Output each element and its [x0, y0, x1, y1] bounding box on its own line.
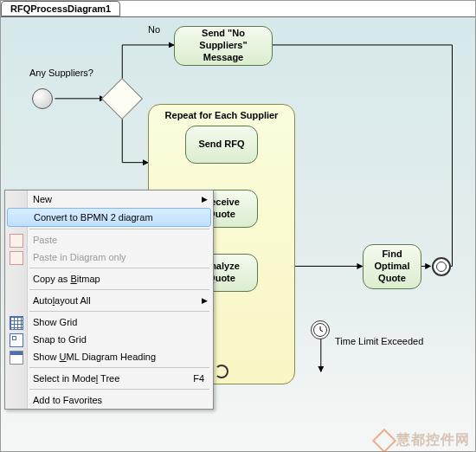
- menu-label: Copy as Bitmap: [33, 274, 100, 284]
- menu-separator: [29, 229, 209, 229]
- menu-separator: [29, 367, 209, 368]
- label-no: No: [148, 24, 160, 35]
- task-find-optimal-quote[interactable]: Find Optimal Quote: [363, 244, 421, 289]
- heading-icon: [10, 351, 23, 365]
- menu-item-convert-bpmn2[interactable]: Convert to BPMN 2 diagram: [7, 208, 211, 227]
- menu-label: Autolayout All: [33, 295, 91, 306]
- watermark-text: 慧都控件网: [396, 431, 470, 449]
- subprocess-title: Repeat for Each Supplier: [149, 110, 294, 120]
- window-frame: RFQProcessDiagram1: [0, 0, 476, 452]
- task-send-no-suppliers[interactable]: Send "No Suppliers" Message: [174, 26, 273, 66]
- task-label: Send "No Suppliers" Message: [178, 28, 268, 63]
- menu-label: Convert to BPMN 2 diagram: [34, 212, 153, 223]
- menu-item-snap-to-grid[interactable]: Snap to Grid: [5, 331, 213, 348]
- menu-label: Show Grid: [33, 317, 77, 327]
- menu-item-select-in-model-tree[interactable]: Select in Model Tree F4: [5, 370, 213, 387]
- diagram-tab[interactable]: RFQProcessDiagram1: [1, 1, 120, 16]
- menu-separator: [29, 268, 209, 268]
- loop-marker-icon: [215, 365, 228, 378]
- task-label: Send RFQ: [198, 139, 244, 151]
- menu-item-show-uml-heading[interactable]: Show UML Diagram Heading: [5, 348, 213, 365]
- menu-label: Add to Favorites: [33, 395, 102, 405]
- watermark: 慧都控件网: [376, 431, 470, 449]
- menu-item-autolayout-all[interactable]: Autolayout All ▶: [5, 292, 213, 309]
- task-send-rfq[interactable]: Send RFQ: [185, 126, 258, 164]
- paste-icon: [10, 234, 23, 248]
- menu-label: Select in Model Tree: [33, 373, 119, 384]
- submenu-arrow-icon: ▶: [202, 195, 208, 203]
- task-label: Find Optimal Quote: [367, 249, 417, 284]
- menu-separator: [29, 389, 209, 390]
- menu-label: Paste in Diagram only: [33, 252, 126, 262]
- menu-item-show-grid[interactable]: Show Grid: [5, 313, 213, 331]
- menu-item-paste-diagram-only[interactable]: Paste in Diagram only: [5, 249, 213, 266]
- menu-item-new[interactable]: New ▶: [5, 190, 213, 208]
- label-time-limit: Time Limit Exceeded: [335, 336, 423, 346]
- menu-item-copy-as-bitmap[interactable]: Copy as Bitmap: [5, 270, 213, 287]
- end-event[interactable]: [432, 257, 451, 276]
- menu-separator: [29, 311, 209, 312]
- context-menu: New ▶ Convert to BPMN 2 diagram Paste Pa…: [4, 190, 214, 410]
- menu-label: Snap to Grid: [33, 334, 87, 345]
- watermark-logo-icon: [372, 428, 396, 452]
- menu-label: New: [33, 194, 52, 204]
- menu-label: Show UML Diagram Heading: [33, 352, 156, 362]
- paste-icon: [10, 251, 23, 265]
- menu-item-paste[interactable]: Paste: [5, 231, 213, 249]
- menu-separator: [29, 289, 209, 290]
- submenu-arrow-icon: ▶: [202, 296, 208, 305]
- timer-boundary-event[interactable]: [311, 320, 330, 339]
- label-any-suppliers: Any Suppliers?: [18, 68, 105, 78]
- menu-label: Paste: [33, 235, 57, 245]
- snap-grid-icon: [10, 333, 23, 347]
- tab-underline: [1, 16, 475, 17]
- menu-item-add-to-favorites[interactable]: Add to Favorites: [5, 391, 213, 409]
- gateway-suppliers[interactable]: [101, 78, 143, 119]
- start-event[interactable]: [32, 88, 53, 109]
- grid-icon: [10, 316, 23, 330]
- menu-shortcut: F4: [193, 373, 204, 384]
